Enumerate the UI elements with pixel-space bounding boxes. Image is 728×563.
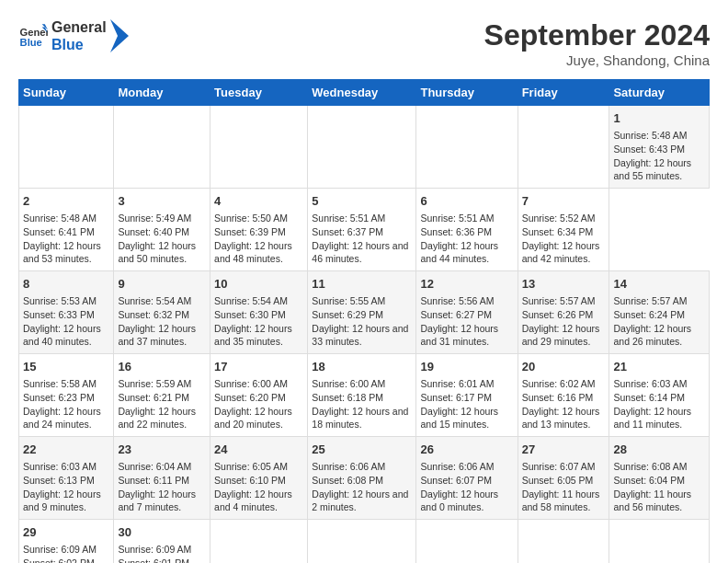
day-number: 29 — [23, 524, 109, 541]
calendar-week-row: 2Sunrise: 5:48 AMSunset: 6:41 PMDaylight… — [19, 189, 710, 271]
calendar-day: 28Sunrise: 6:08 AMSunset: 6:04 PMDayligh… — [609, 437, 710, 520]
day-number: 24 — [214, 442, 303, 458]
day-number: 27 — [522, 442, 606, 458]
calendar-day: 29Sunrise: 6:09 AMSunset: 6:02 PMDayligh… — [19, 520, 114, 564]
header-thursday: Thursday — [416, 80, 518, 106]
calendar-header-row: SundayMondayTuesdayWednesdayThursdayFrid… — [19, 80, 710, 106]
calendar-day: 15Sunrise: 5:58 AMSunset: 6:23 PMDayligh… — [19, 354, 114, 437]
calendar-day: 9Sunrise: 5:54 AMSunset: 6:32 PMDaylight… — [114, 271, 210, 354]
day-number: 6 — [420, 193, 513, 210]
header-tuesday: Tuesday — [210, 80, 308, 106]
calendar-table: SundayMondayTuesdayWednesdayThursdayFrid… — [18, 79, 710, 563]
calendar-day: 24Sunrise: 6:05 AMSunset: 6:10 PMDayligh… — [210, 437, 308, 520]
header-saturday: Saturday — [609, 80, 710, 106]
day-number: 30 — [118, 524, 206, 541]
empty-cell — [518, 106, 609, 189]
empty-cell — [308, 520, 416, 564]
header-monday: Monday — [114, 80, 210, 106]
day-number: 20 — [522, 359, 606, 375]
empty-cell — [308, 106, 416, 189]
day-number: 9 — [118, 276, 206, 293]
day-number: 3 — [118, 193, 206, 210]
calendar-day: 11Sunrise: 5:55 AMSunset: 6:29 PMDayligh… — [308, 271, 416, 354]
calendar-day: 20Sunrise: 6:02 AMSunset: 6:16 PMDayligh… — [518, 354, 609, 437]
svg-text:Blue: Blue — [20, 37, 42, 48]
calendar-day: 10Sunrise: 5:54 AMSunset: 6:30 PMDayligh… — [210, 271, 308, 354]
calendar-day: 8Sunrise: 5:53 AMSunset: 6:33 PMDaylight… — [19, 271, 114, 354]
day-number: 17 — [214, 359, 303, 375]
calendar-day: 12Sunrise: 5:56 AMSunset: 6:27 PMDayligh… — [416, 271, 518, 354]
calendar-day: 25Sunrise: 6:06 AMSunset: 6:08 PMDayligh… — [308, 437, 416, 520]
calendar-day: 14Sunrise: 5:57 AMSunset: 6:24 PMDayligh… — [609, 271, 710, 354]
empty-cell — [19, 106, 114, 189]
calendar-week-row: 29Sunrise: 6:09 AMSunset: 6:02 PMDayligh… — [19, 520, 710, 564]
calendar-day: 7Sunrise: 5:52 AMSunset: 6:34 PMDaylight… — [518, 189, 609, 271]
day-number: 1 — [613, 110, 705, 127]
day-number: 16 — [118, 359, 206, 375]
calendar-week-row: 22Sunrise: 6:03 AMSunset: 6:13 PMDayligh… — [19, 437, 710, 520]
calendar-day: 13Sunrise: 5:57 AMSunset: 6:26 PMDayligh… — [518, 271, 609, 354]
day-number: 10 — [214, 276, 303, 293]
page-header: General Blue General Blue September 2024… — [18, 18, 710, 68]
logo: General Blue General Blue — [18, 18, 129, 53]
day-number: 8 — [23, 276, 109, 293]
logo-icon: General Blue — [18, 21, 48, 51]
empty-cell — [210, 106, 308, 189]
calendar-day: 23Sunrise: 6:04 AMSunset: 6:11 PMDayligh… — [114, 437, 210, 520]
day-number: 22 — [23, 442, 109, 458]
calendar-day: 16Sunrise: 5:59 AMSunset: 6:21 PMDayligh… — [114, 354, 210, 437]
calendar-week-row: 15Sunrise: 5:58 AMSunset: 6:23 PMDayligh… — [19, 354, 710, 437]
empty-cell — [416, 106, 518, 189]
day-number: 14 — [613, 276, 705, 293]
title-block: September 2024 Juye, Shandong, China — [484, 18, 710, 68]
empty-cell — [518, 520, 609, 564]
day-number: 5 — [312, 193, 412, 210]
logo-arrow-icon — [110, 19, 129, 52]
logo-blue: Blue — [51, 36, 107, 53]
calendar-day: 22Sunrise: 6:03 AMSunset: 6:13 PMDayligh… — [19, 437, 114, 520]
calendar-day: 2Sunrise: 5:48 AMSunset: 6:41 PMDaylight… — [19, 189, 114, 271]
day-number: 7 — [522, 193, 606, 210]
calendar-day: 18Sunrise: 6:00 AMSunset: 6:18 PMDayligh… — [308, 354, 416, 437]
day-number: 4 — [214, 193, 303, 210]
location-subtitle: Juye, Shandong, China — [484, 52, 710, 68]
calendar-day: 26Sunrise: 6:06 AMSunset: 6:07 PMDayligh… — [416, 437, 518, 520]
day-number: 13 — [522, 276, 606, 293]
day-number: 25 — [312, 442, 412, 458]
calendar-week-row: 8Sunrise: 5:53 AMSunset: 6:33 PMDaylight… — [19, 271, 710, 354]
empty-cell — [210, 520, 308, 564]
empty-cell — [114, 106, 210, 189]
calendar-day: 1Sunrise: 5:48 AMSunset: 6:43 PMDaylight… — [609, 106, 710, 189]
day-number: 11 — [312, 276, 412, 293]
svg-marker-4 — [110, 19, 129, 52]
day-number: 28 — [613, 442, 705, 458]
month-title: September 2024 — [484, 18, 710, 52]
day-number: 12 — [420, 276, 513, 293]
calendar-day: 3Sunrise: 5:49 AMSunset: 6:40 PMDaylight… — [114, 189, 210, 271]
calendar-day: 4Sunrise: 5:50 AMSunset: 6:39 PMDaylight… — [210, 189, 308, 271]
day-number: 23 — [118, 442, 206, 458]
calendar-day: 21Sunrise: 6:03 AMSunset: 6:14 PMDayligh… — [609, 354, 710, 437]
calendar-day: 6Sunrise: 5:51 AMSunset: 6:36 PMDaylight… — [416, 189, 518, 271]
empty-cell — [416, 520, 518, 564]
calendar-day: 17Sunrise: 6:00 AMSunset: 6:20 PMDayligh… — [210, 354, 308, 437]
calendar-day: 27Sunrise: 6:07 AMSunset: 6:05 PMDayligh… — [518, 437, 609, 520]
day-number: 15 — [23, 359, 109, 375]
calendar-day: 19Sunrise: 6:01 AMSunset: 6:17 PMDayligh… — [416, 354, 518, 437]
header-sunday: Sunday — [19, 80, 114, 106]
header-friday: Friday — [518, 80, 609, 106]
day-number: 26 — [420, 442, 513, 458]
empty-cell — [609, 520, 710, 564]
calendar-day: 5Sunrise: 5:51 AMSunset: 6:37 PMDaylight… — [308, 189, 416, 271]
day-number: 19 — [420, 359, 513, 375]
header-wednesday: Wednesday — [308, 80, 416, 106]
calendar-day: 30Sunrise: 6:09 AMSunset: 6:01 PMDayligh… — [114, 520, 210, 564]
day-number: 2 — [23, 193, 109, 210]
calendar-week-row: 1Sunrise: 5:48 AMSunset: 6:43 PMDaylight… — [19, 106, 710, 189]
day-number: 18 — [312, 359, 412, 375]
day-number: 21 — [613, 359, 705, 375]
